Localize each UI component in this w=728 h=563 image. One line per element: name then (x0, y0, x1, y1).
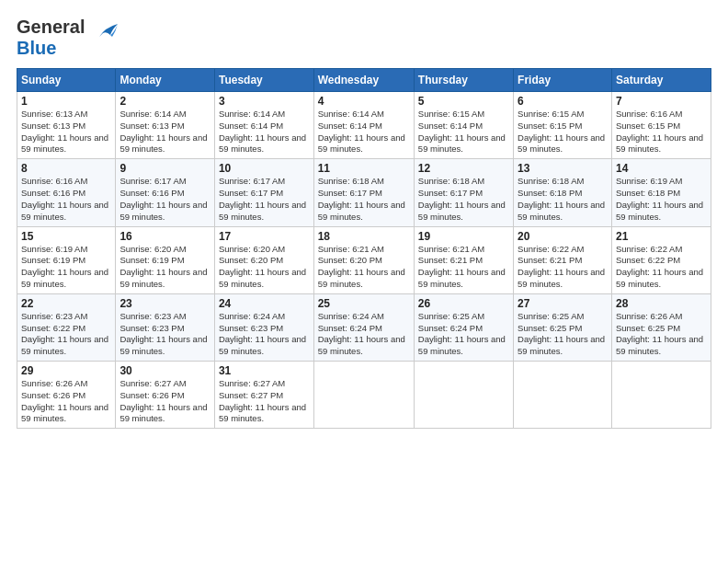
week-row-5: 29 Sunrise: 6:26 AM Sunset: 6:26 PM Dayl… (17, 362, 711, 429)
day-number: 25 (318, 297, 410, 310)
sunset-label: Sunset: 6:22 PM (616, 255, 680, 265)
day-info: Sunrise: 6:17 AM Sunset: 6:16 PM Dayligh… (119, 176, 210, 223)
day-info: Sunrise: 6:25 AM Sunset: 6:25 PM Dayligh… (518, 311, 608, 358)
sunrise-label: Sunrise: 6:25 AM (418, 311, 484, 321)
daylight-label: Daylight: 11 hours and 59 minutes. (518, 334, 605, 356)
logo: General Blue (17, 17, 121, 59)
dow-header-monday: Monday (116, 69, 215, 92)
calendar-cell: 23 Sunrise: 6:23 AM Sunset: 6:23 PM Dayl… (116, 293, 215, 361)
daylight-label: Daylight: 11 hours and 59 minutes. (21, 334, 108, 356)
sunrise-label: Sunrise: 6:15 AM (418, 109, 484, 119)
sunrise-label: Sunrise: 6:25 AM (518, 311, 584, 321)
day-info: Sunrise: 6:21 AM Sunset: 6:21 PM Dayligh… (418, 244, 509, 291)
daylight-label: Daylight: 11 hours and 59 minutes. (318, 200, 405, 222)
sunrise-label: Sunrise: 6:24 AM (219, 311, 285, 321)
daylight-label: Daylight: 11 hours and 59 minutes. (119, 132, 207, 155)
calendar-cell: 28 Sunrise: 6:26 AM Sunset: 6:25 PM Dayl… (611, 293, 711, 361)
daylight-label: Daylight: 11 hours and 59 minutes. (616, 334, 703, 356)
daylight-label: Daylight: 11 hours and 59 minutes. (318, 132, 405, 155)
sunset-label: Sunset: 6:25 PM (616, 323, 680, 333)
sunset-label: Sunset: 6:13 PM (21, 121, 85, 131)
sunrise-label: Sunrise: 6:17 AM (119, 176, 186, 186)
sunset-label: Sunset: 6:16 PM (119, 188, 184, 198)
day-number: 20 (518, 230, 608, 243)
day-number: 22 (21, 297, 111, 310)
calendar-cell (611, 362, 711, 429)
sunrise-label: Sunrise: 6:18 AM (318, 176, 384, 186)
sunset-label: Sunset: 6:17 PM (318, 188, 382, 198)
day-info: Sunrise: 6:16 AM Sunset: 6:15 PM Dayligh… (616, 109, 707, 155)
sunset-label: Sunset: 6:14 PM (418, 121, 483, 131)
day-number: 29 (21, 364, 111, 377)
sunrise-label: Sunrise: 6:21 AM (318, 244, 384, 254)
day-info: Sunrise: 6:19 AM Sunset: 6:19 PM Dayligh… (21, 244, 111, 291)
dow-header-tuesday: Tuesday (214, 69, 313, 92)
day-info: Sunrise: 6:15 AM Sunset: 6:15 PM Dayligh… (518, 109, 608, 155)
day-info: Sunrise: 6:20 AM Sunset: 6:19 PM Dayligh… (119, 244, 210, 291)
day-number: 8 (21, 162, 111, 175)
logo-bird-icon (92, 20, 121, 48)
sunrise-label: Sunrise: 6:15 AM (518, 109, 584, 119)
daylight-label: Daylight: 11 hours and 59 minutes. (21, 132, 108, 155)
calendar-body: 1 Sunrise: 6:13 AM Sunset: 6:13 PM Dayli… (17, 92, 711, 429)
dow-header-friday: Friday (514, 69, 612, 92)
calendar-cell: 29 Sunrise: 6:26 AM Sunset: 6:26 PM Dayl… (17, 362, 116, 429)
sunset-label: Sunset: 6:15 PM (518, 121, 582, 131)
daylight-label: Daylight: 11 hours and 59 minutes. (21, 200, 108, 222)
day-number: 31 (219, 364, 310, 377)
calendar-cell: 16 Sunrise: 6:20 AM Sunset: 6:19 PM Dayl… (116, 226, 215, 293)
day-number: 5 (418, 95, 509, 108)
daylight-label: Daylight: 11 hours and 59 minutes. (518, 267, 605, 289)
sunrise-label: Sunrise: 6:24 AM (318, 311, 384, 321)
sunset-label: Sunset: 6:16 PM (21, 188, 85, 198)
day-number: 15 (21, 230, 111, 243)
sunset-label: Sunset: 6:27 PM (219, 390, 283, 400)
calendar-cell: 25 Sunrise: 6:24 AM Sunset: 6:24 PM Dayl… (313, 293, 414, 361)
daylight-label: Daylight: 11 hours and 59 minutes. (119, 334, 207, 356)
day-number: 3 (219, 95, 310, 108)
sunrise-label: Sunrise: 6:20 AM (119, 244, 186, 254)
daylight-label: Daylight: 11 hours and 59 minutes. (518, 132, 605, 155)
calendar-cell: 14 Sunrise: 6:19 AM Sunset: 6:18 PM Dayl… (611, 159, 711, 226)
day-number: 6 (518, 95, 608, 108)
daylight-label: Daylight: 11 hours and 59 minutes. (119, 402, 207, 424)
sunset-label: Sunset: 6:26 PM (21, 390, 85, 400)
day-info: Sunrise: 6:23 AM Sunset: 6:22 PM Dayligh… (21, 311, 111, 358)
day-number: 21 (616, 230, 707, 243)
sunset-label: Sunset: 6:24 PM (418, 323, 483, 333)
week-row-1: 1 Sunrise: 6:13 AM Sunset: 6:13 PM Dayli… (17, 92, 711, 159)
daylight-label: Daylight: 11 hours and 59 minutes. (119, 200, 207, 222)
day-info: Sunrise: 6:23 AM Sunset: 6:23 PM Dayligh… (119, 311, 210, 358)
day-number: 23 (119, 297, 210, 310)
calendar-cell: 11 Sunrise: 6:18 AM Sunset: 6:17 PM Dayl… (313, 159, 414, 226)
calendar-cell: 13 Sunrise: 6:18 AM Sunset: 6:18 PM Dayl… (514, 159, 612, 226)
day-number: 13 (518, 162, 608, 175)
day-info: Sunrise: 6:25 AM Sunset: 6:24 PM Dayligh… (418, 311, 509, 358)
day-info: Sunrise: 6:26 AM Sunset: 6:25 PM Dayligh… (616, 311, 707, 358)
sunset-label: Sunset: 6:21 PM (418, 255, 483, 265)
calendar-cell: 24 Sunrise: 6:24 AM Sunset: 6:23 PM Dayl… (214, 293, 313, 361)
dow-header-sunday: Sunday (17, 69, 116, 92)
sunrise-label: Sunrise: 6:14 AM (119, 109, 186, 119)
daylight-label: Daylight: 11 hours and 59 minutes. (219, 200, 306, 222)
sunrise-label: Sunrise: 6:21 AM (418, 244, 484, 254)
calendar-cell: 7 Sunrise: 6:16 AM Sunset: 6:15 PM Dayli… (611, 92, 711, 159)
sunset-label: Sunset: 6:23 PM (219, 323, 283, 333)
week-row-2: 8 Sunrise: 6:16 AM Sunset: 6:16 PM Dayli… (17, 159, 711, 226)
day-info: Sunrise: 6:24 AM Sunset: 6:23 PM Dayligh… (219, 311, 310, 358)
calendar-cell: 15 Sunrise: 6:19 AM Sunset: 6:19 PM Dayl… (17, 226, 116, 293)
day-info: Sunrise: 6:14 AM Sunset: 6:14 PM Dayligh… (318, 109, 410, 155)
sunrise-label: Sunrise: 6:17 AM (219, 176, 285, 186)
day-number: 18 (318, 230, 410, 243)
calendar-cell: 1 Sunrise: 6:13 AM Sunset: 6:13 PM Dayli… (17, 92, 116, 159)
sunset-label: Sunset: 6:19 PM (21, 255, 85, 265)
daylight-label: Daylight: 11 hours and 59 minutes. (616, 132, 703, 155)
sunset-label: Sunset: 6:17 PM (219, 188, 283, 198)
daylight-label: Daylight: 11 hours and 59 minutes. (219, 132, 306, 155)
day-number: 2 (119, 95, 210, 108)
day-number: 19 (418, 230, 509, 243)
calendar-cell: 20 Sunrise: 6:22 AM Sunset: 6:21 PM Dayl… (514, 226, 612, 293)
sunset-label: Sunset: 6:22 PM (21, 323, 85, 333)
day-info: Sunrise: 6:16 AM Sunset: 6:16 PM Dayligh… (21, 176, 111, 223)
day-info: Sunrise: 6:14 AM Sunset: 6:13 PM Dayligh… (119, 109, 210, 155)
